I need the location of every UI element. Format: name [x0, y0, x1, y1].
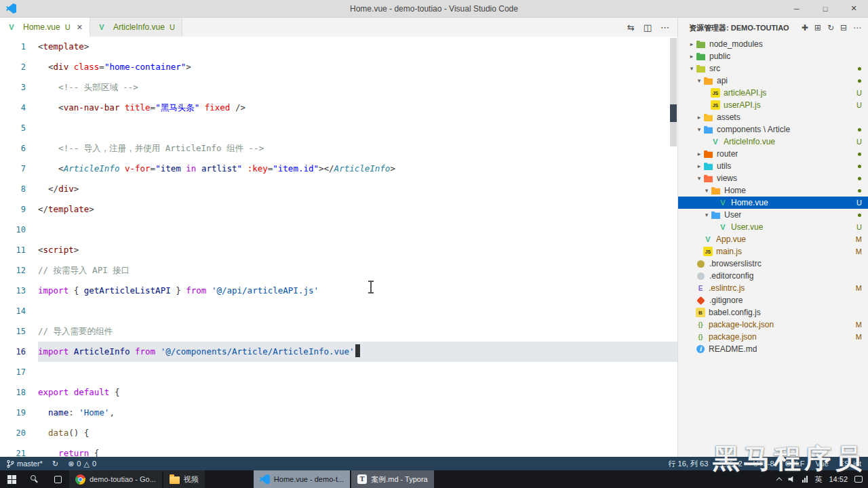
more-actions-icon[interactable]: ⋯: [660, 22, 669, 33]
line-number[interactable]: 19: [0, 403, 38, 423]
tree-item-userapi-js[interactable]: JSuserAPI.jsU: [678, 99, 868, 111]
code-line[interactable]: 14: [0, 301, 677, 321]
code-line-content[interactable]: // 导入需要的组件: [38, 321, 677, 342]
tree-item-assets[interactable]: ▸assets: [678, 111, 868, 123]
refresh-icon[interactable]: ↻: [827, 23, 834, 33]
network-icon[interactable]: [802, 476, 808, 483]
tree-item-articleinfo-vue[interactable]: VArticleInfo.vueU: [678, 136, 868, 148]
tree-item-babel-config-js[interactable]: Bbabel.config.js: [678, 306, 868, 319]
linter-status[interactable]: ESLint: [840, 459, 861, 469]
code-line-content[interactable]: // 按需导入 API 接口: [38, 260, 677, 281]
code-line[interactable]: 10: [0, 220, 677, 240]
code-line-content[interactable]: </div>: [38, 179, 677, 199]
line-number[interactable]: 12: [0, 260, 38, 281]
clock[interactable]: 14:52: [829, 475, 848, 483]
line-number[interactable]: 11: [0, 240, 38, 260]
language-mode[interactable]: Vue: [815, 459, 828, 469]
tree-item-utils[interactable]: ▸utils: [678, 160, 868, 172]
code-line[interactable]: 11<script>: [0, 240, 677, 260]
line-number[interactable]: 20: [0, 423, 38, 443]
tree-item-user[interactable]: ▾User: [678, 209, 868, 221]
split-editor-icon[interactable]: ◫: [644, 22, 652, 33]
tree-item-app-vue[interactable]: VApp.vueM: [678, 233, 868, 245]
tree-item-home-vue[interactable]: VHome.vueU: [678, 197, 868, 209]
tree-item-src[interactable]: ▾src: [678, 62, 868, 75]
problems-indicator[interactable]: ⊗ 0 △ 0: [68, 460, 96, 468]
line-number[interactable]: 2: [0, 57, 38, 77]
code-line[interactable]: 19 name: 'Home',: [0, 403, 677, 423]
new-file-icon[interactable]: ✚: [802, 23, 808, 33]
taskbar-window-typora[interactable]: T 案例.md - Typora: [351, 470, 434, 488]
close-button[interactable]: ✕: [840, 0, 868, 17]
code-line-content[interactable]: return {: [38, 443, 677, 457]
open-changes-icon[interactable]: ⇆: [627, 22, 635, 33]
code-line-content[interactable]: <van-nav-bar title="黑马头条" fixed />: [38, 98, 677, 118]
code-line[interactable]: 9</template>: [0, 199, 677, 220]
code-line-content[interactable]: <!-- 导入，注册，并使用 ArticleInfo 组件 -->: [38, 138, 677, 159]
collapse-all-icon[interactable]: ⊟: [840, 23, 847, 33]
chevron-right-icon[interactable]: ▸: [688, 53, 696, 60]
line-number[interactable]: 8: [0, 179, 38, 199]
tree-item-components-article[interactable]: ▾components \ Article: [678, 123, 868, 136]
tree-item-package-lock-json[interactable]: {}package-lock.jsonM: [678, 319, 868, 331]
tree-item-readme-md[interactable]: iREADME.md: [678, 343, 868, 355]
task-view-button[interactable]: [46, 470, 69, 488]
code-line-content[interactable]: <script>: [38, 240, 677, 260]
tree-item-articleapi-js[interactable]: JSarticleAPI.jsU: [678, 87, 868, 99]
chevron-down-icon[interactable]: ▾: [695, 77, 703, 84]
code-line-content[interactable]: </template>: [38, 199, 677, 220]
code-line[interactable]: 16import ArticleInfo from '@/components/…: [0, 342, 677, 362]
chevron-down-icon[interactable]: ▾: [695, 126, 703, 133]
tree-item-home[interactable]: ▾Home: [678, 184, 868, 197]
tree-item-package-json[interactable]: {}package.jsonM: [678, 331, 868, 343]
line-number[interactable]: 6: [0, 138, 38, 159]
minimize-button[interactable]: ─: [783, 0, 811, 17]
tray-expand-icon[interactable]: [776, 477, 782, 483]
code-line[interactable]: 3 <!-- 头部区域 -->: [0, 77, 677, 98]
line-number[interactable]: 7: [0, 159, 38, 179]
code-line[interactable]: 12// 按需导入 API 接口: [0, 260, 677, 281]
indentation-indicator[interactable]: 空格: 2: [719, 459, 742, 469]
maximize-button[interactable]: □: [811, 0, 840, 17]
tree-item-main-js[interactable]: JSmain.jsM: [678, 245, 868, 258]
line-number[interactable]: 9: [0, 199, 38, 220]
tab-home-vue[interactable]: V Home.vue U ✕: [0, 18, 90, 37]
start-button[interactable]: [0, 470, 23, 488]
code-line-content[interactable]: <template>: [38, 37, 677, 57]
chevron-right-icon[interactable]: ▸: [695, 114, 703, 121]
code-line[interactable]: 2 <div class="home-container">: [0, 57, 677, 77]
more-actions-icon[interactable]: ⋯: [853, 23, 861, 33]
tree-item-api[interactable]: ▾api: [678, 75, 868, 87]
tab-close-icon[interactable]: ✕: [77, 23, 83, 32]
code-line[interactable]: 15// 导入需要的组件: [0, 321, 677, 342]
taskbar-window-vscode[interactable]: Home.vue - demo-t...: [254, 470, 350, 488]
chevron-right-icon[interactable]: ▸: [688, 41, 696, 47]
tab-articleinfo-vue[interactable]: V ArticleInfo.vue U: [90, 18, 182, 37]
code-line-content[interactable]: import { getArticleListAPI } from '@/api…: [38, 281, 677, 301]
editor-scrollbar[interactable]: [669, 37, 677, 457]
chevron-down-icon[interactable]: ▾: [703, 187, 711, 194]
chevron-right-icon[interactable]: ▸: [695, 163, 703, 169]
sync-indicator[interactable]: ↻: [52, 460, 58, 468]
code-line[interactable]: 5: [0, 118, 677, 138]
tree-item--gitignore[interactable]: .gitignore: [678, 294, 868, 306]
code-line-content[interactable]: [38, 118, 677, 138]
code-line[interactable]: 8 </div>: [0, 179, 677, 199]
line-number[interactable]: 10: [0, 220, 38, 240]
code-line[interactable]: 4 <van-nav-bar title="黑马头条" fixed />: [0, 98, 677, 118]
code-line-content[interactable]: [38, 362, 677, 382]
eol-indicator[interactable]: CRLF: [785, 459, 805, 469]
line-number[interactable]: 16: [0, 342, 38, 362]
tree-item-router[interactable]: ▸router: [678, 148, 868, 160]
code-line-content[interactable]: name: 'Home',: [38, 403, 677, 423]
tree-item--editorconfig[interactable]: .editorconfig: [678, 270, 868, 282]
tree-item--browserslistrc[interactable]: .browserslistrc: [678, 258, 868, 270]
code-line[interactable]: 13import { getArticleListAPI } from '@/a…: [0, 281, 677, 301]
code-line[interactable]: 6 <!-- 导入，注册，并使用 ArticleInfo 组件 -->: [0, 138, 677, 159]
tree-item-user-vue[interactable]: VUser.vueU: [678, 221, 868, 233]
tree-item-node-modules[interactable]: ▸node_modules: [678, 38, 868, 50]
chevron-down-icon[interactable]: ▾: [688, 65, 696, 72]
line-number[interactable]: 1: [0, 37, 38, 57]
code-line-content[interactable]: <ArticleInfo v-for="item in artlist" :ke…: [38, 159, 677, 179]
code-line-content[interactable]: <div class="home-container">: [38, 57, 677, 77]
